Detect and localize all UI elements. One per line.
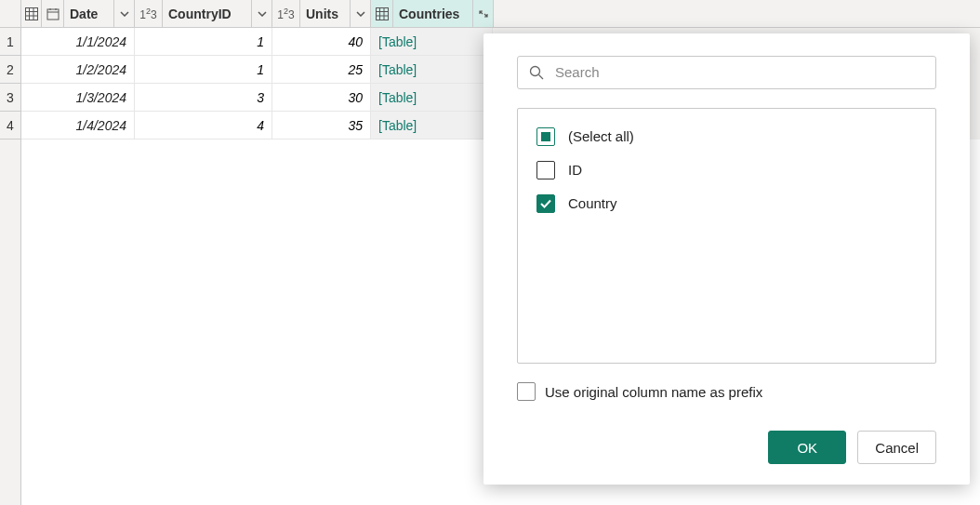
cell-date[interactable]: 1/2/2024	[21, 56, 135, 84]
row-number: 1	[0, 28, 21, 56]
prefix-label: Use original column name as prefix	[545, 384, 762, 400]
cell-units[interactable]: 25	[272, 56, 371, 84]
field-label: Country	[568, 195, 617, 211]
search-input[interactable]	[553, 63, 924, 81]
column-filter-dropdown[interactable]	[350, 0, 370, 27]
row-number: 3	[0, 84, 21, 112]
cell-countryid[interactable]: 3	[135, 84, 272, 112]
cell-countries[interactable]: [Table]	[371, 56, 493, 84]
cell-units[interactable]: 30	[272, 84, 371, 112]
grid-header-row: Date 123 CountryID 123 Units	[0, 0, 980, 28]
column-header-countries[interactable]: Countries	[371, 0, 494, 28]
svg-point-14	[531, 66, 540, 75]
table-icon	[25, 7, 38, 20]
check-icon	[539, 197, 552, 210]
svg-rect-0	[25, 7, 37, 20]
column-label: Units	[300, 7, 350, 21]
chevron-down-icon	[356, 11, 365, 17]
table-type-icon	[371, 0, 393, 27]
chevron-down-icon	[120, 11, 129, 17]
cell-date[interactable]: 1/3/2024	[21, 84, 135, 112]
expand-icon	[477, 8, 490, 20]
column-label: Date	[64, 7, 113, 21]
select-all-item[interactable]: (Select all)	[533, 120, 920, 153]
prefix-option[interactable]: Use original column name as prefix	[517, 382, 936, 401]
row-index-header	[0, 0, 21, 28]
select-all-label: (Select all)	[568, 128, 634, 144]
field-item-id[interactable]: ID	[533, 153, 920, 187]
chevron-down-icon	[258, 11, 267, 17]
column-header-countryid[interactable]: 123 CountryID	[135, 0, 272, 28]
svg-rect-9	[376, 7, 388, 20]
select-all-rows-button[interactable]	[21, 0, 42, 28]
cell-countries[interactable]: [Table]	[371, 28, 493, 56]
number-type-icon: 123	[272, 0, 300, 27]
svg-line-15	[539, 74, 544, 79]
expand-columns-popup: (Select all) ID Country Use original col…	[483, 33, 970, 485]
dialog-buttons: OK Cancel	[517, 431, 936, 464]
field-checkbox[interactable]	[536, 161, 555, 179]
column-filter-dropdown[interactable]	[251, 0, 271, 27]
cell-units[interactable]: 35	[272, 112, 371, 140]
search-box[interactable]	[517, 56, 936, 89]
expand-column-button[interactable]	[472, 0, 493, 27]
cell-countryid[interactable]: 4	[135, 112, 272, 140]
cell-units[interactable]: 40	[272, 28, 371, 56]
svg-rect-5	[47, 9, 59, 20]
column-header-date[interactable]: Date	[42, 0, 135, 28]
cell-countries[interactable]: [Table]	[371, 84, 493, 112]
date-type-icon	[42, 0, 64, 27]
column-header-units[interactable]: 123 Units	[272, 0, 371, 28]
column-label: CountryID	[163, 7, 251, 21]
row-gutter	[0, 140, 21, 505]
cell-countryid[interactable]: 1	[135, 28, 272, 56]
column-filter-dropdown[interactable]	[113, 0, 134, 27]
header-spacer	[494, 0, 980, 28]
select-all-checkbox[interactable]	[536, 127, 555, 146]
cell-date[interactable]: 1/1/2024	[21, 28, 135, 56]
field-checkbox[interactable]	[536, 194, 555, 213]
field-label: ID	[568, 162, 582, 178]
number-type-icon: 123	[135, 0, 163, 27]
row-number: 2	[0, 56, 21, 84]
cell-countryid[interactable]: 1	[135, 56, 272, 84]
search-icon	[529, 65, 544, 80]
field-list: (Select all) ID Country	[517, 108, 936, 364]
prefix-checkbox[interactable]	[517, 382, 536, 401]
cell-date[interactable]: 1/4/2024	[21, 112, 135, 140]
cell-countries[interactable]: [Table]	[371, 112, 493, 140]
field-item-country[interactable]: Country	[533, 187, 920, 220]
row-number: 4	[0, 112, 21, 140]
column-label: Countries	[393, 7, 472, 21]
cancel-button[interactable]: Cancel	[857, 431, 936, 464]
ok-button[interactable]: OK	[768, 431, 846, 464]
